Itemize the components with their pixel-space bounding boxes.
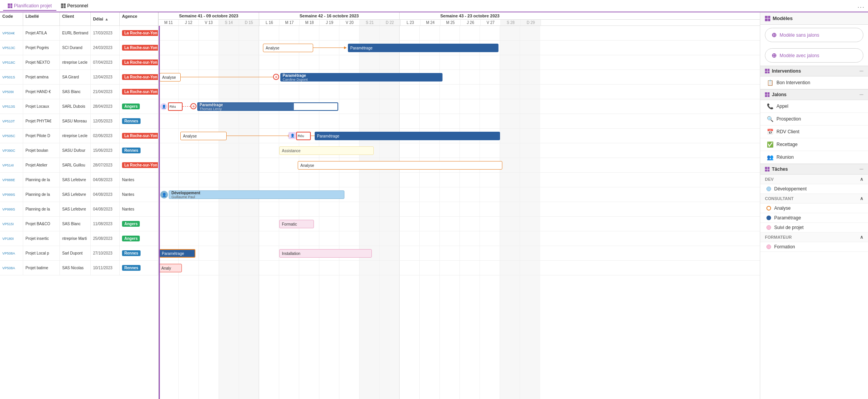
table-row[interactable]: VP513C Projet Pogrès SCI Durand 24/03/20… [0, 41, 158, 55]
table-row[interactable]: VP505C Projet Pilote D ntreprise Lecle 0… [0, 129, 158, 143]
panel-item-recettage[interactable]: ✅ Recettage [760, 138, 868, 151]
cell-code: VP501S [0, 70, 23, 85]
task-bar-analyse[interactable]: Analyse [263, 44, 313, 52]
day-m24: M 24 [420, 20, 441, 25]
taches-dots[interactable]: ··· [860, 166, 863, 172]
task-bar-analyse[interactable]: Analyse [298, 161, 502, 170]
table-row[interactable]: VP513S Projet Locaux SARL Dubois 28/04/2… [0, 99, 158, 114]
task-bar-assistance[interactable]: Assistance [279, 146, 374, 155]
task-type-analyse[interactable]: Analyse [760, 204, 868, 213]
col-header-libelle: Libellé [23, 12, 60, 25]
table-row[interactable]: VP888E Planning de la SAS Lefebvre 04/08… [0, 173, 158, 187]
cell-client: SAS Lefebvre [60, 173, 91, 187]
bon-intervention-label: Bon Intervention [776, 80, 810, 85]
panel-item-reunion[interactable]: 👥 Réunion [760, 151, 868, 164]
task-bar-installation[interactable]: Installation [279, 249, 372, 258]
appel-label: Appel [776, 104, 788, 109]
gantt-body: VP504€ Projet ATILA EURL Bertrand 17/03/… [0, 26, 760, 399]
table-row[interactable]: VP510T Projet PHYTA€ SASU Moreau 12/05/2… [0, 114, 158, 129]
tab-planification-label: Planification projet [14, 3, 52, 8]
developpement-dot [766, 187, 771, 191]
cell-agence: La Roche-sur-Yon [120, 26, 158, 41]
subsection-consultant: CONSULTANT ∧ [760, 194, 868, 204]
col-header-delai[interactable]: Délai ▲ [91, 12, 120, 25]
timeline-row: Analyse [159, 158, 760, 173]
week43-label: Semaine 43 - 23 octobre 2023 [400, 12, 540, 19]
task-bar-analyse[interactable]: Analyse [180, 132, 227, 140]
task-bar-reunion[interactable]: Réu [296, 132, 311, 140]
tabs-dots-menu[interactable]: ... [858, 2, 865, 9]
cell-code: VP390C [0, 143, 23, 158]
section-header-taches: Tâches ··· [760, 164, 868, 175]
timeline-row [159, 202, 760, 217]
panel-item-rdv-client[interactable]: 📅 RDV Client [760, 126, 868, 138]
interventions-dots[interactable]: ··· [860, 68, 863, 74]
milestone-icon: ⊕ [190, 103, 197, 109]
timeline-row: Analyse ▶ 👤 Réu Paramétrage [159, 129, 760, 143]
task-type-developpement[interactable]: Développement [760, 184, 868, 194]
panel-item-appel[interactable]: 📞 Appel [760, 100, 868, 113]
task-bar-formation[interactable]: Formatic [279, 220, 314, 228]
day-v13: V 13 [199, 20, 219, 25]
cell-libelle: Projet BA&CO [23, 217, 60, 231]
subsection-consultant-toggle[interactable]: ∧ [860, 196, 863, 201]
tab-planification[interactable]: Planification projet [3, 2, 56, 11]
task-bar-parametrage[interactable]: Paramétrage [159, 249, 195, 258]
table-row[interactable]: VP508A Projet Local p Sarl Dupont 27/10/… [0, 246, 158, 261]
task-type-suivi-projet[interactable]: Suivi de projet [760, 223, 868, 233]
table-row[interactable]: VP508A Projet batime SAS Nicolas 10/11/2… [0, 261, 158, 275]
task-bar-parametrage[interactable]: Paramétrage [315, 132, 500, 140]
gantt-rows-left: VP504€ Projet ATILA EURL Bertrand 17/03/… [0, 26, 159, 399]
timeline-row: Paramétrage Installation [159, 246, 760, 261]
planification-icon [8, 3, 12, 8]
recettage-label: Recettage [776, 142, 798, 147]
tab-personnel[interactable]: Personnel [56, 2, 93, 11]
subsection-dev: DEV ∧ [760, 175, 868, 184]
cell-code: VP888E [0, 173, 23, 187]
section-header-jalons: Jalons ··· [760, 89, 868, 100]
jalons-dots[interactable]: ··· [860, 92, 863, 97]
table-row[interactable]: VP515I Projet BA&CO SAS Blanc 11/08/2023… [0, 217, 158, 231]
table-row[interactable]: VP180I Projet insertic ntreprise Marti 2… [0, 231, 158, 246]
timeline-row: Analyse ▶ Paramétrage [159, 41, 760, 55]
task-bar-parametrage[interactable]: Paramétrage Caroline Dupont [280, 73, 442, 81]
task-bar-parametrage[interactable]: Paramétrage [348, 44, 498, 52]
personnel-icon [61, 3, 66, 8]
panel-item-prospection[interactable]: 🔍 Prospection [760, 113, 868, 126]
cell-delai: 02/06/2023 [91, 129, 120, 143]
task-bar-developpement[interactable]: Développement Guillaume Paul [169, 190, 344, 199]
cell-code: VP999S [0, 187, 23, 202]
model-sans-jalons-button[interactable]: ⊕ Modèle sans jalons [765, 28, 863, 42]
model-avec-jalons-button[interactable]: ⊕ Modèle avec jalons [765, 48, 863, 63]
day-v20: V 20 [340, 20, 360, 25]
task-type-parametrage[interactable]: Paramétrage [760, 213, 868, 223]
cell-agence: Rennes [120, 246, 158, 261]
table-row[interactable]: VP518C Projet NEXTO ntreprise Lecle 07/0… [0, 55, 158, 70]
subsection-dev-toggle[interactable]: ∧ [860, 177, 863, 182]
task-type-formation[interactable]: Formation [760, 242, 868, 252]
panel-item-bon-intervention[interactable]: 📋 Bon Intervention [760, 76, 868, 89]
table-row[interactable]: VP504€ Projet ATILA EURL Bertrand 17/03/… [0, 26, 158, 41]
cell-code: VP999S [0, 202, 23, 217]
table-row[interactable]: VP390C Projet boulan SASU Dufour 15/06/2… [0, 143, 158, 158]
cell-libelle: Planning de la [23, 202, 60, 217]
cell-delai: 15/06/2023 [91, 143, 120, 158]
table-row[interactable]: VP999S Planning de la SAS Lefebvre 04/08… [0, 187, 158, 202]
table-row[interactable]: VP501S Projet aména SA Girard 12/04/2023… [0, 70, 158, 85]
parametrage-label: Paramétrage [774, 215, 801, 221]
task-bar-analyse[interactable]: Analyse [159, 73, 181, 81]
task-bar-analyse[interactable]: Analy [159, 264, 182, 272]
task-connector [313, 48, 344, 48]
table-row[interactable]: VP509I Projet HAND € SAS Blanc 21/04/202… [0, 85, 158, 99]
cell-agence: La Roche-sur-Yon [120, 41, 158, 55]
cell-libelle: Projet HAND € [23, 85, 60, 99]
day-m25: M 25 [441, 20, 461, 25]
table-row[interactable]: VP999S Planning de la SAS Lefebvre 04/08… [0, 202, 158, 217]
task-bar-reunion[interactable]: Réu [168, 102, 183, 111]
gantt-cols-header: Code Libellé Client Délai ▲ Agence [0, 12, 159, 25]
gantt-header: Code Libellé Client Délai ▲ Agence Semai… [0, 12, 760, 26]
connector-arrow: ▶ [344, 46, 347, 49]
subsection-formateur-toggle[interactable]: ∧ [860, 234, 863, 240]
cell-delai: 25/08/2023 [91, 231, 120, 246]
table-row[interactable]: VP514I Projet Atelier SARL Guillou 28/07… [0, 158, 158, 173]
